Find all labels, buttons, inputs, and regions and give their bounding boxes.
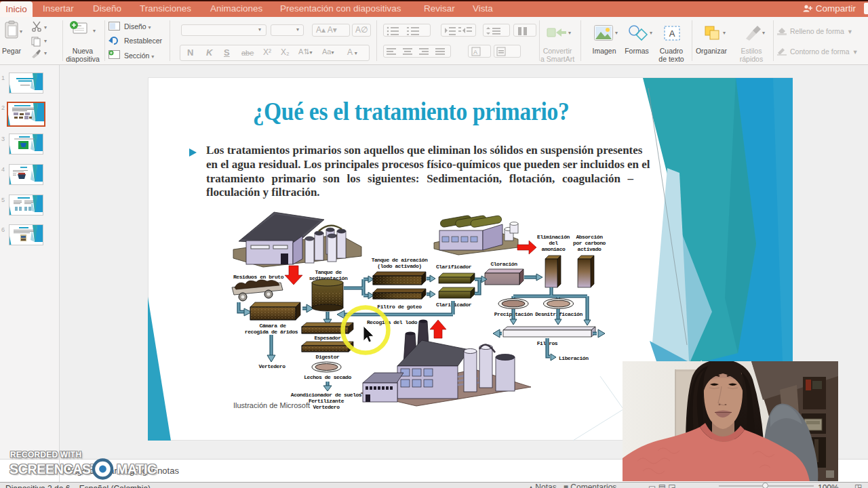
svg-text:A: A [473,49,477,56]
svg-text:A: A [669,28,675,39]
